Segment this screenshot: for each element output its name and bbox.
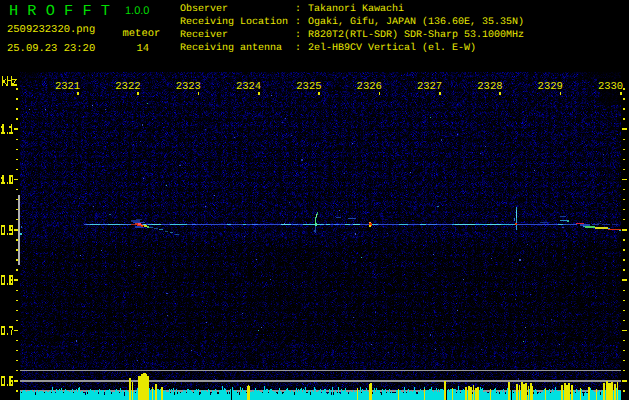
svg-text:Takanori Kawachi: Takanori Kawachi bbox=[308, 3, 404, 15]
svg-text:Receiving Location: Receiving Location bbox=[180, 16, 288, 28]
svg-text:2322: 2322 bbox=[115, 81, 140, 93]
svg-text:2323: 2323 bbox=[176, 81, 201, 93]
svg-text:Observer: Observer bbox=[180, 3, 228, 15]
svg-text:14: 14 bbox=[137, 43, 150, 55]
svg-text:2el-HB9CV Vertical (el. E-W): 2el-HB9CV Vertical (el. E-W) bbox=[308, 42, 476, 54]
svg-text:H R O F F T: H R O F F T bbox=[9, 2, 110, 20]
svg-text:2329: 2329 bbox=[538, 81, 563, 93]
svg-text:2330: 2330 bbox=[598, 81, 623, 93]
svg-text:1.0.0: 1.0.0 bbox=[125, 5, 149, 17]
svg-text:2327: 2327 bbox=[417, 81, 442, 93]
svg-text::: : bbox=[295, 4, 301, 15]
svg-text:25.09.23 23:20: 25.09.23 23:20 bbox=[7, 43, 95, 55]
svg-text:R820T2(RTL-SDR) SDR-Sharp 53.1: R820T2(RTL-SDR) SDR-Sharp 53.1000MHz bbox=[308, 29, 524, 41]
svg-text:2321: 2321 bbox=[55, 81, 80, 93]
svg-text:Receiving antenna: Receiving antenna bbox=[180, 42, 282, 54]
svg-text:Ogaki, Gifu, JAPAN (136.60E, 3: Ogaki, Gifu, JAPAN (136.60E, 35.35N) bbox=[308, 16, 524, 28]
svg-text::: : bbox=[295, 43, 301, 54]
svg-text:meteor: meteor bbox=[123, 28, 161, 40]
svg-text::: : bbox=[295, 17, 301, 28]
svg-text:2325: 2325 bbox=[296, 81, 321, 93]
svg-text:2509232320.png: 2509232320.png bbox=[7, 24, 95, 36]
svg-text:Receiver: Receiver bbox=[180, 29, 228, 41]
svg-text:2326: 2326 bbox=[357, 81, 382, 93]
svg-text:2324: 2324 bbox=[236, 81, 261, 93]
svg-text::: : bbox=[295, 30, 301, 41]
svg-text:2328: 2328 bbox=[477, 81, 502, 93]
